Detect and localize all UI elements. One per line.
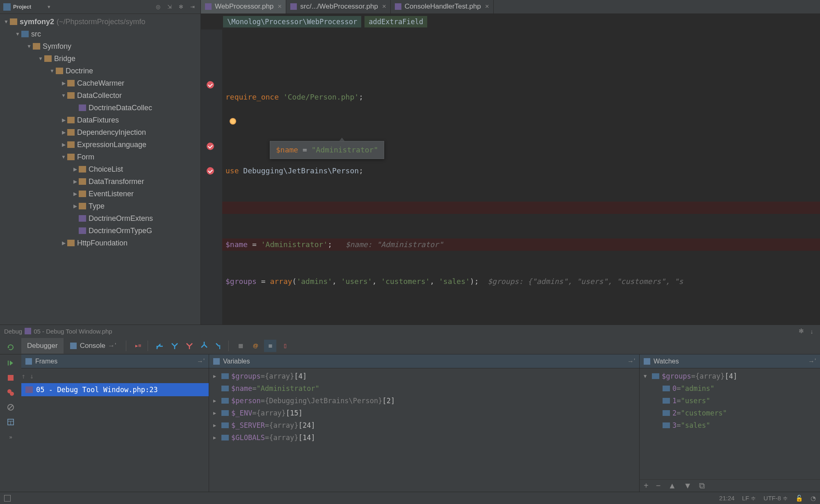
stop-icon[interactable]	[6, 373, 15, 382]
move-up-icon[interactable]: ▲	[668, 481, 676, 490]
gear-icon[interactable]: ✻	[176, 2, 186, 12]
close-icon[interactable]: ×	[485, 2, 489, 11]
watch-child-row[interactable]: 3 = "sales"	[640, 419, 820, 431]
expand-arrow-icon[interactable]: ▶	[213, 395, 221, 407]
hide-icon[interactable]: →'	[808, 358, 816, 365]
collapse-icon[interactable]: ⇲	[164, 2, 174, 12]
watch-child-row[interactable]: 2 = "customers"	[640, 407, 820, 419]
tree-arrow-icon[interactable]: ▼	[60, 154, 67, 160]
tree-row[interactable]: ▶EventListener	[0, 188, 200, 200]
bulb-icon[interactable]	[230, 118, 236, 125]
tree-row[interactable]: ▶DependencyInjection	[0, 126, 200, 138]
tree-arrow-icon[interactable]: ▶	[71, 203, 79, 209]
tree-row[interactable]: ▼symfony2(~/PhpstormProjects/symfo	[0, 16, 200, 28]
mute-breakpoints-icon[interactable]	[6, 403, 15, 412]
tree-row[interactable]: ▼Bridge	[0, 52, 200, 65]
remove-watch-icon[interactable]: −	[656, 481, 661, 490]
tree-row[interactable]: DoctrineOrmTypeG	[0, 225, 200, 237]
next-frame-icon[interactable]: ↓	[30, 370, 34, 383]
add-watch-icon[interactable]: +	[644, 481, 649, 490]
editor-tab[interactable]: ConsoleHandlerTest.php×	[391, 0, 494, 14]
tree-row[interactable]: ▶HttpFoundation	[0, 237, 200, 249]
breakpoint-icon[interactable]	[207, 143, 214, 150]
tree-row[interactable]: DoctrineDataCollec	[0, 102, 200, 114]
encoding[interactable]: UTF-8 ≑	[763, 495, 788, 502]
show-execution-point-icon[interactable]: ▸≡	[132, 340, 144, 352]
tree-arrow-icon[interactable]: ▼	[37, 56, 44, 61]
move-down-icon[interactable]: ▼	[683, 481, 692, 490]
close-icon[interactable]: ×	[382, 2, 386, 11]
breadcrumb-namespace[interactable]: \Monolog\Processor\WebProcessor	[223, 16, 361, 27]
watch-row[interactable]: ▼$groups = {array} [4]	[640, 370, 820, 382]
editor-body[interactable]: require_once 'Code/Person.php'; use Debu…	[201, 30, 820, 325]
pin-icon[interactable]: ▯	[279, 340, 291, 352]
console-tab[interactable]: Console→'	[64, 338, 122, 354]
watch-child-row[interactable]: 1 = "users"	[640, 395, 820, 407]
variable-row[interactable]: $name = "Administrator"	[209, 382, 639, 395]
tree-arrow-icon[interactable]: ▼	[14, 31, 21, 37]
tree-arrow-icon[interactable]: ▼	[48, 68, 56, 74]
frame-row[interactable]: 05 - Debug Tool Window.php:23	[21, 383, 209, 396]
view-breakpoints-icon[interactable]	[6, 388, 15, 397]
tree-row[interactable]: ▶CacheWarmer	[0, 77, 200, 89]
tree-row[interactable]: ▼Doctrine	[0, 65, 200, 77]
force-step-into-icon[interactable]	[183, 340, 196, 352]
step-over-icon[interactable]	[154, 340, 166, 352]
debugger-tab[interactable]: Debugger	[21, 338, 64, 354]
gear-icon[interactable]: ✻	[797, 327, 805, 335]
tree-arrow-icon[interactable]: ▼	[25, 43, 33, 49]
variable-row[interactable]: ▶$groups = {array} [4]	[209, 370, 639, 382]
variable-row[interactable]: ▶$_SERVER = {array} [24]	[209, 419, 639, 431]
settings-icon[interactable]: ≣	[264, 340, 276, 352]
tree-arrow-icon[interactable]: ▼	[60, 93, 67, 98]
tree-arrow-icon[interactable]: ▶	[60, 240, 67, 246]
chevron-down-icon[interactable]: ▾	[48, 4, 50, 10]
tree-arrow-icon[interactable]: ▶	[71, 191, 79, 197]
duplicate-watch-icon[interactable]: ⧉	[699, 481, 705, 490]
tree-arrow-icon[interactable]: ▶	[71, 166, 79, 172]
project-tree[interactable]: ▼symfony2(~/PhpstormProjects/symfo▼src▼S…	[0, 14, 200, 325]
hide-icon[interactable]: →'	[627, 358, 635, 365]
editor-gutter[interactable]	[201, 30, 222, 325]
editor-tab[interactable]: WebProcessor.php×	[201, 0, 286, 14]
tree-arrow-icon[interactable]: ▶	[60, 117, 67, 123]
project-dropdown-label[interactable]: Project	[13, 4, 31, 10]
expand-arrow-icon[interactable]: ▶	[213, 370, 221, 382]
tree-row[interactable]: ▶DataTransformer	[0, 175, 200, 188]
tree-arrow-icon[interactable]: ▼	[2, 19, 10, 25]
expand-arrow-icon[interactable]: ▶	[213, 431, 221, 444]
code-lines[interactable]: require_once 'Code/Person.php'; use Debu…	[222, 30, 820, 325]
variable-row[interactable]: ▶$GLOBALS = {array} [14]	[209, 431, 639, 444]
run-to-cursor-icon[interactable]	[213, 340, 225, 352]
expand-arrow-icon[interactable]: ▶	[213, 419, 221, 431]
variable-row[interactable]: ▶$person = {Debugging\JetBrains\Person} …	[209, 395, 639, 407]
hide-icon[interactable]: ⇥	[187, 2, 197, 12]
tree-row[interactable]: ▶Type	[0, 200, 200, 212]
rerun-icon[interactable]	[6, 343, 15, 352]
breakpoint-icon[interactable]	[207, 81, 214, 89]
evaluate-icon[interactable]: ▦	[235, 340, 247, 352]
close-icon[interactable]: ×	[278, 2, 282, 11]
expand-arrow-icon[interactable]: ▼	[644, 370, 652, 382]
tree-arrow-icon[interactable]: ▶	[60, 142, 67, 148]
editor-tab[interactable]: src/.../WebProcessor.php×	[286, 0, 391, 14]
tree-row[interactable]: ▶ExpressionLanguage	[0, 138, 200, 151]
at-icon[interactable]: @	[249, 340, 262, 352]
layout-icon[interactable]	[6, 418, 15, 427]
locate-icon[interactable]: ◎	[153, 2, 163, 12]
tree-row[interactable]: ▼Symfony	[0, 40, 200, 52]
expand-arrow-icon[interactable]: ▶	[213, 407, 221, 419]
step-into-icon[interactable]	[169, 340, 181, 352]
step-out-icon[interactable]	[198, 340, 210, 352]
hide-icon[interactable]: →'	[197, 358, 205, 365]
resume-icon[interactable]	[6, 359, 15, 368]
breadcrumb-method[interactable]: addExtraField	[364, 16, 427, 27]
readonly-icon[interactable]: 🔓	[795, 495, 803, 502]
cursor-position[interactable]: 21:24	[719, 495, 735, 502]
tool-window-icon[interactable]	[4, 495, 11, 502]
tree-arrow-icon[interactable]: ▶	[60, 80, 67, 86]
tree-arrow-icon[interactable]: ▶	[71, 179, 79, 184]
tree-row[interactable]: ▼Form	[0, 151, 200, 163]
breakpoint-icon[interactable]	[207, 167, 214, 175]
prev-frame-icon[interactable]: ↑	[21, 370, 25, 383]
